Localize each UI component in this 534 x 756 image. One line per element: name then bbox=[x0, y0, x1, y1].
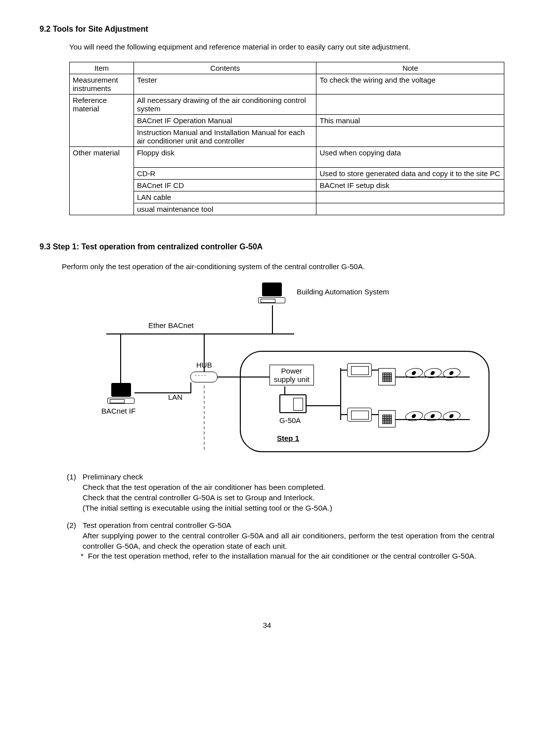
th-contents: Contents bbox=[134, 62, 316, 74]
table-row: Instruction Manual and Installation Manu… bbox=[70, 127, 504, 147]
cell-note: BACnet IF setup disk bbox=[316, 180, 504, 191]
table-row: usual maintenance tool bbox=[70, 203, 504, 215]
cell-contents: LAN cable bbox=[134, 191, 316, 203]
diagram-line bbox=[250, 377, 269, 378]
bas-computer-icon bbox=[258, 283, 285, 305]
g50a-label: G-50A bbox=[279, 416, 301, 425]
marker-1: (1) bbox=[67, 472, 83, 482]
cell-contents: BACnet IF CD bbox=[134, 180, 316, 191]
body-9-3: (1)Preliminary check Check that the test… bbox=[67, 472, 494, 562]
section-9-3: 9.3 Step 1: Test operation from centrali… bbox=[40, 242, 494, 562]
cell-item: Reference material bbox=[70, 94, 134, 147]
step1-label: Step 1 bbox=[277, 434, 299, 442]
indoor-units-icon bbox=[405, 411, 467, 426]
diagram-line bbox=[340, 368, 341, 420]
tools-table: Item Contents Note Measurement instrumen… bbox=[69, 62, 504, 215]
item2-line1: After supplying power to the central con… bbox=[67, 531, 494, 552]
cell-contents: Instruction Manual and Installation Manu… bbox=[134, 127, 316, 147]
cell-contents: CD-R bbox=[134, 168, 316, 180]
lan-label: LAN bbox=[168, 393, 182, 401]
diagram-line bbox=[340, 370, 347, 371]
outdoor-unit-icon: ▦ bbox=[378, 410, 396, 427]
diagram-line bbox=[340, 414, 347, 415]
item1-line2: Check that the central controller G-50A … bbox=[67, 493, 494, 503]
table-row: CD-R Used to store generated data and co… bbox=[70, 168, 504, 180]
heading-9-3: 9.3 Step 1: Test operation from centrali… bbox=[40, 242, 494, 251]
item1-line3: (The initial setting is executable using… bbox=[67, 503, 494, 514]
cell-contents: Tester bbox=[134, 74, 316, 94]
hub-icon bbox=[190, 372, 218, 382]
diagram-line bbox=[396, 377, 470, 378]
table-row: BACnet IF Operation Manual This manual bbox=[70, 115, 504, 127]
diagram-line bbox=[372, 370, 378, 371]
item1-line1: Check that the test operation of the air… bbox=[67, 482, 494, 493]
power-label-2: supply unit bbox=[274, 375, 310, 383]
cell-note bbox=[316, 191, 504, 203]
item2-star: * For the test operation method, refer t… bbox=[67, 551, 494, 562]
power-supply-box: Power supply unit bbox=[269, 365, 314, 385]
diagram: Building Automation System Ether BACnet … bbox=[79, 282, 499, 460]
star-text: For the test operation method, refer to … bbox=[88, 552, 477, 560]
heading-9-2: 9.2 Tools for Site Adjustment bbox=[40, 25, 494, 34]
diagram-line bbox=[190, 382, 191, 393]
diagram-line bbox=[372, 414, 378, 415]
diagram-line bbox=[120, 334, 121, 383]
cell-note: To check the wiring and the voltage bbox=[316, 74, 504, 94]
cell-note bbox=[316, 127, 504, 147]
controller-icon bbox=[347, 408, 372, 422]
table-row: Reference material All necessary drawing… bbox=[70, 94, 504, 115]
list-item-1: (1)Preliminary check Check that the test… bbox=[67, 472, 494, 514]
diagram-line bbox=[204, 334, 205, 372]
perform-text: Perform only the test operation of the a… bbox=[62, 262, 494, 271]
table-row: Other material Floppy disk Used when cop… bbox=[70, 147, 504, 168]
star-marker: * bbox=[81, 552, 84, 560]
marker-2: (2) bbox=[67, 520, 83, 531]
power-label-1: Power bbox=[281, 367, 303, 375]
outdoor-unit-icon: ▦ bbox=[378, 368, 396, 385]
page-number: 34 bbox=[40, 621, 494, 629]
diagram-dashed-line bbox=[204, 385, 205, 450]
cell-note: Used to store generated data and copy it… bbox=[316, 168, 504, 180]
list-item-2: (2)Test operation from central controlle… bbox=[67, 520, 494, 562]
cell-contents: All necessary drawing of the air conditi… bbox=[134, 94, 316, 115]
th-item: Item bbox=[70, 62, 134, 74]
intro-9-2: You will need the following equipment an… bbox=[69, 43, 494, 51]
diagram-line bbox=[284, 386, 285, 394]
bas-label: Building Automation System bbox=[297, 287, 389, 296]
table-row: LAN cable bbox=[70, 191, 504, 203]
g50a-icon bbox=[279, 394, 307, 413]
cell-item: Other material bbox=[70, 147, 134, 215]
diagram-line bbox=[307, 405, 341, 406]
cell-note: This manual bbox=[316, 115, 504, 127]
section-9-2: 9.2 Tools for Site Adjustment You will n… bbox=[40, 25, 494, 215]
cell-contents: Floppy disk bbox=[134, 147, 316, 168]
controller-icon bbox=[347, 363, 372, 377]
diagram-line bbox=[396, 419, 470, 420]
cell-contents: usual maintenance tool bbox=[134, 203, 316, 215]
cell-item: Measurement instruments bbox=[70, 74, 134, 94]
ether-label: Ether BACnet bbox=[148, 321, 194, 330]
th-note: Note bbox=[316, 62, 504, 74]
bacnetif-label: BACnet IF bbox=[101, 407, 135, 415]
cell-contents: BACnet IF Operation Manual bbox=[134, 115, 316, 127]
bacnetif-computer-icon bbox=[107, 383, 134, 405]
table-row: Measurement instruments Tester To check … bbox=[70, 74, 504, 94]
indoor-units-icon bbox=[405, 368, 467, 383]
cell-note bbox=[316, 203, 504, 215]
diagram-line bbox=[272, 305, 273, 333]
cell-note bbox=[316, 94, 504, 115]
cell-note: Used when copying data bbox=[316, 147, 504, 168]
item1-head: Preliminary check bbox=[83, 472, 143, 481]
diagram-line bbox=[106, 333, 294, 334]
table-row: BACnet IF CD BACnet IF setup disk bbox=[70, 180, 504, 191]
item2-head: Test operation from central controller G… bbox=[83, 521, 231, 529]
